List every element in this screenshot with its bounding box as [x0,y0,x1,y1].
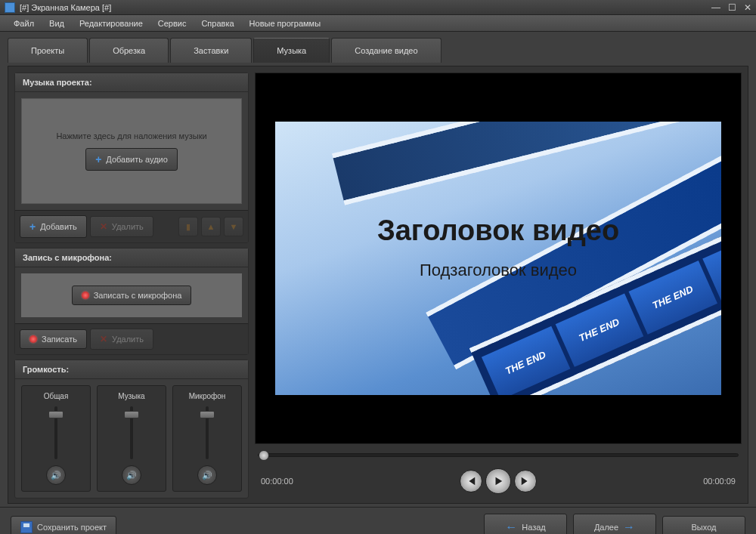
volume-overall: Общая 🔊 [21,385,91,492]
mic-record-label: Записать [42,335,77,344]
time-current: 00:00:00 [261,477,293,486]
music-delete-label: Удалить [112,222,144,231]
save-project-label: Сохранить проект [37,523,107,532]
volume-overall-slider[interactable] [45,406,67,459]
x-icon: ✕ [100,221,107,232]
back-button[interactable]: ← Назад [484,514,567,534]
mic-record-button[interactable]: Записать [20,329,87,349]
x-icon: ✕ [100,334,107,344]
volume-music-label: Музыка [118,392,144,400]
back-label: Назад [522,523,546,532]
music-move-down-button[interactable]: ▼ [224,217,243,236]
volume-mic: Микрофон 🔊 [172,385,242,492]
volume-panel: Громкость: Общая 🔊 Музыка 🔊 Микрофон [14,360,249,499]
exit-button[interactable]: Выход [662,516,745,534]
music-dropzone[interactable]: Нажмите здесь для наложения музыки + Доб… [21,98,242,204]
preview-title: Заголовок видео [377,215,619,247]
music-open-button[interactable]: ▮ [178,217,198,236]
maximize-button[interactable]: ☐ [728,3,736,12]
arrow-down-icon: ▼ [230,222,238,231]
mic-delete-label: Удалить [112,335,144,344]
tab-intros[interactable]: Заставки [170,38,252,63]
tab-projects[interactable]: Проекты [8,38,88,63]
preview-subtitle: Подзаголовок видео [420,261,577,280]
menu-view[interactable]: Вид [43,17,70,29]
mic-panel-title: Запись с микрофона: [15,248,248,267]
minimize-button[interactable]: — [711,3,720,12]
volume-music-mute[interactable]: 🔊 [122,465,141,485]
video-preview: THE END THE END THE END THE END Заголово… [255,73,742,444]
music-move-up-button[interactable]: ▲ [201,217,221,236]
mic-record-zone: Записать с микрофона [21,273,242,317]
volume-overall-label: Общая [44,392,69,400]
tab-trim[interactable]: Обрезка [89,38,169,63]
arrow-up-icon: ▲ [207,222,215,231]
tab-music[interactable]: Музыка [253,38,330,63]
add-audio-button[interactable]: + Добавить аудио [85,148,178,171]
mic-delete-button[interactable]: ✕ Удалить [90,329,153,350]
record-from-mic-label: Записать с микрофона [94,291,182,300]
volume-music-slider[interactable] [120,406,143,459]
music-add-label: Добавить [40,222,77,231]
app-icon [5,2,15,13]
menu-file[interactable]: Файл [8,17,40,29]
speaker-icon: 🔊 [126,471,137,480]
volume-music: Музыка 🔊 [97,385,166,492]
record-icon [82,292,89,299]
close-button[interactable]: ✕ [744,3,751,12]
time-total: 00:00:09 [703,477,736,486]
speaker-icon: 🔊 [51,471,61,480]
record-from-mic-button[interactable]: Записать с микрофона [72,286,192,305]
film-strip-graphic: THE END THE END THE END THE END [334,122,721,396]
music-hint: Нажмите здесь для наложения музыки [56,131,206,140]
tabs: Проекты Обрезка Заставки Музыка Создание… [8,38,748,63]
arrow-right-icon: → [623,520,635,534]
volume-overall-mute[interactable]: 🔊 [46,465,66,485]
next-button-nav[interactable]: Далее → [573,514,656,534]
plus-icon: + [95,153,101,165]
menubar: Файл Вид Редактирование Сервис Справка Н… [0,15,756,32]
speaker-icon: 🔊 [202,471,212,480]
music-panel-title: Музыка проекта: [15,73,248,92]
volume-mic-label: Микрофон [189,392,226,400]
titlebar: [#] Экранная Камера [#] — ☐ ✕ [0,0,756,15]
play-button[interactable] [485,468,511,494]
menu-help[interactable]: Справка [195,17,240,29]
save-project-button[interactable]: Сохранить проект [11,516,116,534]
music-delete-button[interactable]: ✕ Удалить [90,216,153,237]
menu-service[interactable]: Сервис [152,17,193,29]
prev-button[interactable] [460,470,482,492]
record-icon [29,335,37,343]
exit-label: Выход [692,523,717,532]
folder-icon: ▮ [186,222,191,232]
save-icon [20,521,33,533]
volume-panel-title: Громкость: [15,360,248,379]
volume-mic-mute[interactable]: 🔊 [197,465,217,485]
next-button[interactable] [514,470,537,492]
menu-new-programs[interactable]: Новые программы [243,17,327,29]
plus-icon: + [29,221,36,233]
bottom-bar: Сохранить проект ← Назад Далее → Выход [0,507,756,534]
seek-bar[interactable] [255,449,742,461]
menu-edit[interactable]: Редактирование [73,17,149,29]
mic-panel: Запись с микрофона: Записать с микрофона… [14,248,249,355]
tab-create-video[interactable]: Создание видео [331,38,441,63]
arrow-left-icon: ← [505,520,517,534]
add-audio-label: Добавить аудио [106,155,167,164]
seek-thumb[interactable] [259,450,269,461]
volume-mic-slider[interactable] [196,406,218,459]
window-title: [#] Экранная Камера [#] [20,3,711,12]
music-panel: Музыка проекта: Нажмите здесь для наложе… [14,73,249,243]
next-label: Далее [594,523,618,532]
music-add-button[interactable]: + Добавить [20,215,87,238]
